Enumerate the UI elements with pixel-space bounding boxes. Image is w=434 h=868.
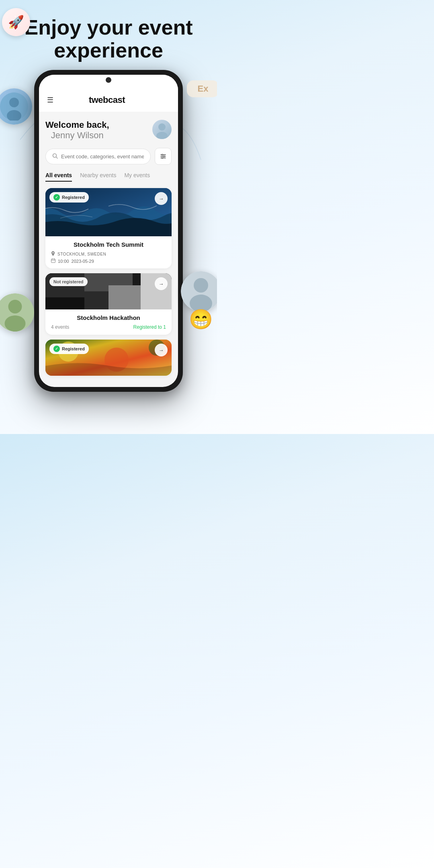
event-count-2: 4 events xyxy=(51,324,69,330)
menu-icon[interactable]: ☰ xyxy=(47,96,53,104)
phone-mockup: ☰ twebcast Welcome back, Jenny Wilson xyxy=(34,70,183,392)
avatar-bottom-left xyxy=(0,293,34,332)
svg-point-1 xyxy=(9,98,19,107)
svg-rect-23 xyxy=(45,297,84,309)
avatar-emoji-bottom-right: 😁 xyxy=(185,303,217,336)
event-card-3: ✓ Registered → xyxy=(45,340,172,376)
svg-point-33 xyxy=(5,315,26,332)
search-input[interactable] xyxy=(61,154,144,160)
welcome-section: Welcome back, Jenny Wilson xyxy=(45,120,172,141)
svg-rect-14 xyxy=(51,259,55,263)
svg-point-11 xyxy=(164,156,165,157)
user-avatar[interactable] xyxy=(152,120,172,139)
search-icon xyxy=(52,153,58,160)
search-input-wrapper[interactable] xyxy=(45,149,151,164)
registered-to-2: Registered to 1 xyxy=(133,324,166,330)
event-sub-row-2: 4 events Registered to 1 xyxy=(51,324,166,330)
welcome-text: Welcome back, Jenny Wilson xyxy=(45,120,109,141)
tab-my-events[interactable]: My events xyxy=(124,172,150,182)
svg-point-12 xyxy=(162,158,163,159)
phone-camera xyxy=(106,77,111,83)
tab-all-events[interactable]: All events xyxy=(45,172,72,182)
svg-line-6 xyxy=(56,157,58,158)
welcome-username: Jenny Wilson xyxy=(45,130,109,141)
event-info-1: Stockholm Tech Summit STOCKHOLM, SWEDEN xyxy=(45,236,172,268)
event-title-1: Stockholm Tech Summit xyxy=(51,241,166,248)
main-content: Welcome back, Jenny Wilson xyxy=(39,112,178,387)
event-image-1: ✓ Registered → xyxy=(45,188,172,236)
event-card-1: ✓ Registered → Stockholm Tech Summit xyxy=(45,188,172,268)
event-info-2: Stockholm Hackathon 4 events Registered … xyxy=(45,309,172,335)
location-icon xyxy=(51,251,55,257)
event-image-2: Not registered → xyxy=(45,273,172,309)
hero-title: Enjoy your event experience xyxy=(12,16,205,62)
event-image-3: ✓ Registered → xyxy=(45,340,172,376)
event-badge-3: ✓ Registered xyxy=(49,344,89,354)
calendar-icon xyxy=(51,258,55,264)
svg-point-29 xyxy=(194,278,208,293)
search-bar xyxy=(45,148,172,165)
avatar-left-person xyxy=(0,88,32,125)
avatar-rocket: 🚀 xyxy=(2,8,30,36)
event-badge-2: Not registered xyxy=(49,277,88,286)
event-card-2: Not registered → Stockholm Hackathon 4 e… xyxy=(45,273,172,335)
hero-section: 🚀 Ex Enjoy your event experience xyxy=(0,0,217,400)
svg-rect-22 xyxy=(141,273,172,309)
svg-point-4 xyxy=(156,132,168,139)
filter-button[interactable] xyxy=(155,148,172,165)
badge-check-icon: ✓ xyxy=(53,194,60,201)
welcome-greeting: Welcome back, xyxy=(45,120,109,130)
event-date-1: 10:00 2023-05-29 xyxy=(51,258,166,264)
app-logo: twebcast xyxy=(89,95,125,105)
event-title-2: Stockholm Hackathon xyxy=(51,314,166,321)
event-location-1: STOCKHOLM, SWEDEN xyxy=(51,251,166,257)
svg-point-10 xyxy=(162,154,163,156)
svg-point-32 xyxy=(8,300,22,313)
badge-check-icon-3: ✓ xyxy=(53,346,60,352)
tab-nearby-events[interactable]: Nearby events xyxy=(80,172,116,182)
event-badge-1: ✓ Registered xyxy=(49,192,89,203)
tabs: All events Nearby events My events xyxy=(45,172,172,182)
overlay-card-ex: Ex xyxy=(187,80,217,97)
svg-point-3 xyxy=(158,123,166,131)
